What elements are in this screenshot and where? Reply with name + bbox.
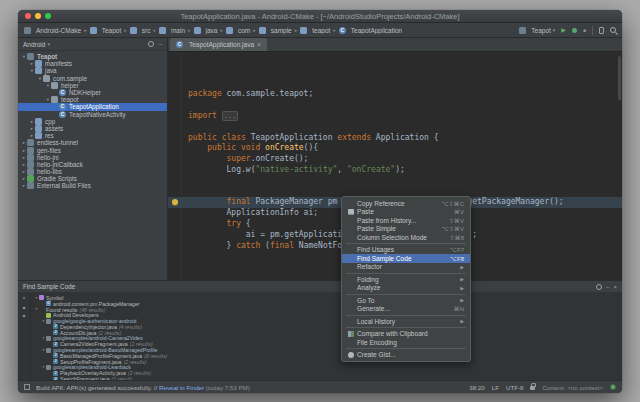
tree-item[interactable]: ▸hello-jni: [18, 154, 167, 161]
debug-button[interactable]: [572, 28, 577, 33]
tree-item[interactable]: ▸res: [18, 132, 167, 139]
menu-item-label: Paste: [357, 208, 374, 215]
search-icon[interactable]: [610, 27, 616, 33]
breadcrumb-label: java: [206, 27, 218, 34]
code-line[interactable]: package com.sample.teapot;: [168, 89, 622, 100]
menu-item[interactable]: Generate...⌘N: [342, 305, 470, 314]
line-ending-indicator[interactable]: LF: [492, 384, 499, 391]
breadcrumb-item[interactable]: java: [194, 27, 218, 34]
breadcrumb-item[interactable]: Android-CMake: [24, 27, 81, 34]
menu-item[interactable]: Find Usages⌥F7: [342, 246, 470, 255]
menu-item[interactable]: Paste⌘V: [342, 208, 470, 217]
menu-item[interactable]: Copy Reference⌥⇧⌘C: [342, 199, 470, 208]
code-token: Log.: [188, 165, 246, 174]
menu-item[interactable]: Go To▶: [342, 296, 470, 305]
tree-item[interactable]: ▾Teapot: [18, 53, 167, 60]
inspections-profile-icon[interactable]: [610, 384, 616, 390]
chevron-down-icon: ▾: [553, 27, 556, 33]
encoding-indicator[interactable]: UTF-8: [506, 384, 524, 391]
context-menu: Copy Reference⌥⇧⌘CPaste⌘VPaste from Hist…: [341, 196, 471, 362]
folder-icon: [194, 27, 201, 34]
stop-button[interactable]: ■: [583, 28, 586, 33]
reveal-in-finder-link[interactable]: Reveal in Finder: [159, 384, 204, 391]
gear-icon[interactable]: [148, 41, 154, 47]
menu-item[interactable]: Column Selection Mode⇧⌘8: [342, 233, 470, 242]
code-line[interactable]: [168, 122, 622, 133]
menu-item[interactable]: Refactor▶: [342, 263, 470, 272]
code-line[interactable]: public void onCreate(){: [168, 143, 622, 154]
breadcrumb-item[interactable]: src: [130, 27, 151, 34]
code-line[interactable]: super.onCreate();: [168, 154, 622, 165]
close-panel-icon[interactable]: ×: [613, 284, 617, 290]
tree-item[interactable]: ▾helper: [18, 82, 167, 89]
tree-item[interactable]: ▸Gradle Scripts: [18, 175, 167, 182]
code-line[interactable]: public class TeapotApplication extends A…: [168, 133, 622, 144]
tree-item[interactable]: CNDKHelper: [18, 89, 167, 96]
tree-item[interactable]: ▸hello-jniCallback: [18, 161, 167, 168]
intention-bulb-icon[interactable]: [172, 199, 178, 205]
hide-panel-icon[interactable]: −: [158, 41, 162, 47]
breadcrumb-item[interactable]: com: [226, 27, 250, 34]
close-window-button[interactable]: [25, 13, 31, 19]
menu-item[interactable]: Create Gist...: [342, 351, 470, 360]
menu-item[interactable]: Local History▶: [342, 317, 470, 326]
code-line[interactable]: import ...: [168, 111, 622, 122]
tree-item[interactable]: ▸endless-tunnel: [18, 139, 167, 146]
tree-item[interactable]: ▾com.sample: [18, 75, 167, 82]
run-button[interactable]: ▶: [561, 27, 566, 33]
title-bar[interactable]: TeapotApplication.java - Android-CMake -…: [18, 10, 622, 23]
zoom-window-button[interactable]: [45, 13, 51, 19]
tree-item[interactable]: ▸manifests: [18, 60, 167, 67]
menu-item[interactable]: Analyze▶: [342, 284, 470, 293]
tree-item[interactable]: ▸assets: [18, 125, 167, 132]
menu-item[interactable]: Paste from History...⇧⌘V: [342, 216, 470, 225]
close-icon[interactable]: ×: [23, 295, 26, 301]
tree-item[interactable]: ▾teapot: [18, 96, 167, 103]
code-line[interactable]: Log.w("native-activity", "onCreate");: [168, 165, 622, 176]
expand-all-icon[interactable]: ▲: [22, 304, 27, 310]
breadcrumb-item[interactable]: Teapot: [90, 27, 122, 34]
menu-item[interactable]: Find Sample Code⌥F8: [342, 254, 470, 263]
minimize-panel-icon[interactable]: −: [606, 284, 610, 290]
editor-scrollbar[interactable]: [618, 56, 621, 100]
tree-item[interactable]: ▸cpp: [18, 118, 167, 125]
ide-window: TeapotApplication.java - Android-CMake -…: [18, 10, 622, 393]
repo-icon: [46, 336, 51, 341]
tree-item[interactable]: ▸External Build Files: [18, 182, 167, 189]
avd-manager-icon[interactable]: [599, 27, 604, 34]
tree-item[interactable]: CTeapotApplication: [18, 103, 167, 110]
menu-item[interactable]: Folding▶: [342, 275, 470, 284]
project-view-selector[interactable]: Android: [23, 41, 45, 48]
tree-item-label: helper: [61, 82, 79, 89]
caret-position[interactable]: 38:20: [469, 384, 484, 391]
menu-item[interactable]: Paste Simple⌥⇧⌘V: [342, 225, 470, 234]
breadcrumb-item[interactable]: sample: [259, 27, 292, 34]
editor-tab-bar: C TeapotApplication.java ×: [168, 38, 622, 52]
editor-tab[interactable]: C TeapotApplication.java ×: [170, 38, 267, 51]
module-icon: [27, 147, 34, 154]
breadcrumb: Android-CMake▸Teapot▸src▸main▸java▸com▸s…: [24, 27, 402, 34]
lock-icon[interactable]: [530, 386, 535, 390]
module-icon: [27, 139, 34, 146]
paste-glyph-icon: [348, 209, 354, 215]
collapse-all-icon[interactable]: ▼: [22, 313, 27, 319]
minimize-window-button[interactable]: [35, 13, 41, 19]
run-configuration-label: Teapot: [531, 27, 551, 34]
run-toolbar: Teapot ▾ ▶ ■: [519, 26, 616, 35]
menu-item-label: Find Usages: [357, 246, 394, 253]
tree-item[interactable]: ▸hello-libs: [18, 168, 167, 175]
code-line[interactable]: [168, 176, 622, 187]
menu-item[interactable]: File Encoding: [342, 338, 470, 347]
breadcrumb-item[interactable]: main: [159, 27, 185, 34]
tree-item[interactable]: ▸gen-files: [18, 146, 167, 153]
tree-item[interactable]: CTeapotNativeActivity: [18, 111, 167, 118]
tree-item[interactable]: ▾java: [18, 67, 167, 74]
menu-item[interactable]: Compare with Clipboard: [342, 330, 470, 339]
gear-icon[interactable]: [596, 284, 602, 290]
code-line[interactable]: [168, 100, 622, 111]
breadcrumb-item[interactable]: teapot: [300, 27, 330, 34]
run-configuration-select[interactable]: Teapot ▾: [519, 27, 555, 34]
toolwindow-toggle-icon[interactable]: [24, 384, 30, 390]
breadcrumb-item[interactable]: CTeapotApplication: [339, 27, 402, 34]
close-tab-icon[interactable]: ×: [257, 41, 261, 48]
